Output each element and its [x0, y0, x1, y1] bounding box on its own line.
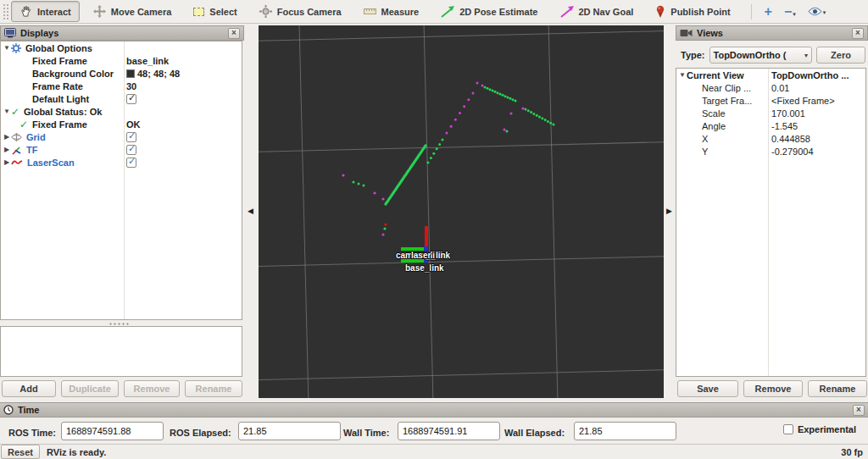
property-value[interactable]: <Fixed Frame>: [771, 96, 835, 106]
tool-focus-camera[interactable]: Focus Camera: [251, 1, 350, 22]
display-row-global-status-ok[interactable]: ▼✓Global Status: Ok: [1, 105, 242, 118]
ros-elapsed--input[interactable]: 21.85: [238, 422, 341, 440]
display-row-default-light[interactable]: Default Light✓: [1, 92, 242, 105]
expander-icon[interactable]: ▶: [3, 158, 11, 166]
property-value[interactable]: ✓: [126, 94, 136, 104]
property-value[interactable]: TopDownOrtho ...: [771, 70, 849, 80]
status-message: RViz is ready.: [47, 447, 106, 457]
property-value[interactable]: base_link: [126, 56, 169, 66]
toolbar-tools: InteractMove CameraSelectFocus CameraMea…: [11, 1, 744, 22]
display-row-global-options[interactable]: ▼Global Options: [1, 41, 242, 54]
tool-interact[interactable]: Interact: [11, 1, 80, 22]
views-rename-button[interactable]: Rename: [808, 380, 867, 397]
enabled-checkbox[interactable]: ✓: [126, 94, 136, 104]
tool-measure[interactable]: Measure: [355, 3, 428, 21]
display-row-fixed-frame[interactable]: Fixed Framebase_link: [1, 54, 242, 67]
property-value[interactable]: 0.444858: [771, 134, 810, 144]
view-row-x[interactable]: X0.444858: [676, 132, 865, 145]
property-value[interactable]: ✓: [126, 132, 136, 142]
displays-panel-title: Displays: [20, 28, 58, 38]
property-name: Y: [702, 147, 708, 157]
remove-tool-button[interactable]: − ▾: [778, 3, 802, 20]
property-value[interactable]: ✓: [126, 145, 136, 155]
tool-publish-point[interactable]: Publish Point: [647, 1, 738, 22]
expander-icon[interactable]: ▼: [678, 71, 687, 79]
left-splitter[interactable]: ◀: [244, 25, 259, 398]
display-row-background-color[interactable]: Background Color 48; 48; 48: [1, 67, 242, 80]
ros-elapsed--label: ROS Elapsed:: [170, 424, 231, 441]
panel-splitter-handle[interactable]: [108, 323, 131, 325]
view-row-near-clip-[interactable]: Near Clip ...0.01: [676, 81, 865, 94]
wall-elapsed--input[interactable]: 21.85: [574, 422, 676, 440]
property-value[interactable]: -1.545: [771, 121, 798, 131]
zero-button[interactable]: Zero: [816, 47, 865, 64]
remove-button[interactable]: Remove: [124, 380, 180, 397]
display-row-grid[interactable]: ▶Grid✓: [1, 130, 242, 143]
rename-button[interactable]: Rename: [185, 380, 242, 397]
ros-time--input[interactable]: 1688974591.88: [61, 422, 164, 440]
add-tool-button[interactable]: +: [759, 3, 778, 20]
property-value[interactable]: -0.279004: [771, 147, 814, 157]
property-value[interactable]: 30: [126, 81, 136, 91]
laser-display-icon: [11, 159, 23, 166]
property-value[interactable]: OK: [126, 119, 141, 130]
views-remove-button[interactable]: Remove: [743, 380, 803, 397]
expander-icon[interactable]: ▶: [3, 133, 11, 141]
tool-move-camera[interactable]: Move Camera: [85, 1, 181, 22]
collapse-right-icon[interactable]: ▶: [666, 207, 672, 215]
ros-time--label: ROS Time:: [8, 424, 56, 441]
tool-2d-pose-estimate[interactable]: 2D Pose Estimate: [432, 2, 546, 22]
views-title-bar[interactable]: Views ×: [676, 25, 868, 41]
property-name: LaserScan: [27, 158, 75, 168]
views-save-button[interactable]: Save: [677, 380, 738, 397]
time-title-bar[interactable]: Time ×: [0, 402, 868, 418]
display-row-laserscan[interactable]: ▶LaserScan✓: [1, 156, 242, 169]
wall-time--input[interactable]: 1688974591.91: [398, 422, 500, 440]
expander-icon[interactable]: ▶: [3, 146, 11, 153]
property-value[interactable]: ✓: [126, 158, 136, 168]
move-camera-icon: [93, 5, 106, 18]
view-type-value: TopDownOrtho (: [714, 50, 787, 60]
tf-frame-label[interactable]: laser_link: [411, 251, 450, 260]
tool-select[interactable]: Select: [185, 3, 245, 21]
toolbar-grip[interactable]: [3, 3, 8, 20]
check-icon: ✓: [19, 119, 28, 130]
close-icon[interactable]: ×: [853, 405, 865, 416]
right-splitter[interactable]: ▶: [664, 25, 676, 398]
expander-icon[interactable]: ▼: [3, 44, 11, 52]
gear-icon: [11, 43, 21, 53]
tf-frame-label[interactable]: base_link: [405, 263, 444, 273]
close-icon[interactable]: ×: [852, 28, 864, 39]
displays-title-bar[interactable]: Displays ×: [0, 25, 244, 41]
check-icon: ✓: [11, 107, 19, 117]
display-row-frame-rate[interactable]: Frame Rate30: [1, 80, 242, 92]
property-value[interactable]: 170.001: [771, 108, 805, 119]
display-row-fixed-frame[interactable]: ✓Fixed FrameOK: [1, 118, 242, 130]
chevron-down-icon: ▾: [793, 11, 796, 18]
view-row-current-view[interactable]: ▼Current ViewTopDownOrtho ...: [676, 69, 865, 81]
enabled-checkbox[interactable]: ✓: [126, 145, 136, 155]
tool-2d-nav-goal[interactable]: 2D Nav Goal: [552, 2, 643, 22]
property-name: Global Options: [25, 43, 92, 53]
view-row-target-fra-[interactable]: Target Fra...<Fixed Frame>: [676, 94, 865, 107]
close-icon[interactable]: ×: [228, 28, 240, 39]
display-row-tf[interactable]: ▶TF✓: [1, 143, 242, 156]
duplicate-button[interactable]: Duplicate: [61, 380, 119, 397]
reset-button[interactable]: Reset: [1, 445, 40, 459]
render-viewport[interactable]: camera_link laser_link base_link: [259, 25, 664, 398]
expander-icon[interactable]: ▼: [3, 108, 11, 115]
property-value[interactable]: 0.01: [771, 83, 789, 93]
enabled-checkbox[interactable]: ✓: [126, 132, 136, 142]
collapse-left-icon[interactable]: ◀: [248, 207, 253, 215]
view-row-y[interactable]: Y-0.279004: [676, 145, 865, 158]
view-type-dropdown[interactable]: TopDownOrtho ( ▾: [709, 47, 812, 64]
publish-point-icon: [655, 5, 665, 18]
enabled-checkbox[interactable]: ✓: [126, 158, 136, 168]
tool-label: Measure: [381, 7, 420, 17]
view-row-angle[interactable]: Angle-1.545: [676, 119, 865, 132]
view-row-scale[interactable]: Scale170.001: [676, 107, 865, 119]
property-value[interactable]: 48; 48; 48: [126, 69, 180, 79]
experimental-checkbox[interactable]: [783, 424, 793, 434]
tool-properties-button[interactable]: ▾: [802, 4, 832, 19]
add-button[interactable]: Add: [2, 380, 56, 397]
